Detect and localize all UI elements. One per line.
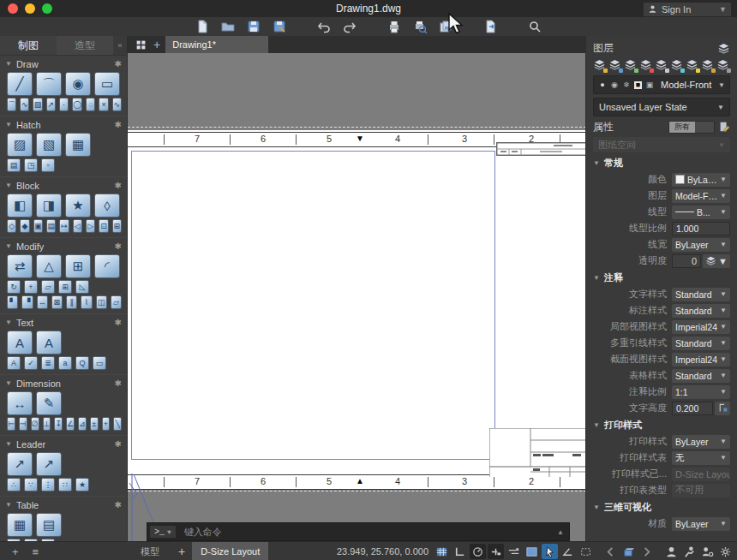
- gear-icon[interactable]: ✱: [115, 500, 122, 509]
- property-dropdown[interactable]: Imperial24▼: [672, 320, 730, 334]
- ordinate-tool-icon[interactable]: ↧: [54, 417, 63, 431]
- leader-collect-tool-icon[interactable]: ∷: [58, 478, 72, 491]
- oblique-tool-icon[interactable]: ╲: [113, 417, 122, 431]
- split-tool-icon[interactable]: ◫: [96, 295, 107, 309]
- palette-section-header[interactable]: ▼Text✱: [5, 316, 122, 329]
- region-tool-icon[interactable]: ▫: [41, 158, 55, 172]
- image-tool-icon[interactable]: ◳: [24, 158, 38, 172]
- transparency-stepper[interactable]: 0: [672, 254, 701, 268]
- chamfer-tool-icon[interactable]: ◺: [75, 280, 89, 294]
- entity-snap-icon[interactable]: [488, 544, 504, 559]
- tag-check-tool-icon[interactable]: ◁: [73, 219, 82, 233]
- cross-tool-icon[interactable]: ×: [99, 98, 108, 111]
- polyline-tool-icon[interactable]: ∿: [20, 98, 29, 111]
- ortho-icon[interactable]: [452, 544, 468, 559]
- mirror-tool-icon[interactable]: △: [36, 254, 62, 278]
- layer-on-icon[interactable]: ◉: [610, 80, 619, 89]
- scale-tool-icon[interactable]: ⊠: [51, 295, 63, 309]
- next-icon[interactable]: [638, 544, 655, 559]
- circle-tool-icon[interactable]: ◉: [65, 72, 91, 96]
- current-layer-dropdown[interactable]: ● ◉ ❄ ■ ▣ Model-Front ▼: [593, 75, 730, 94]
- selection-cursor-icon[interactable]: [542, 544, 558, 559]
- palette-list-icon[interactable]: ≡: [33, 545, 39, 558]
- save-icon[interactable]: [246, 19, 261, 34]
- layer-unlock-icon[interactable]: [716, 58, 730, 72]
- leader-edit-tool-icon[interactable]: ↗: [36, 452, 62, 476]
- add-palette-icon[interactable]: +: [12, 545, 19, 558]
- hatch-lines-tool-icon[interactable]: ▨: [33, 98, 42, 111]
- property-dropdown[interactable]: 1:1▼: [672, 385, 730, 399]
- angle-icon[interactable]: [560, 544, 576, 559]
- sign-in-button[interactable]: Sign In ▼: [643, 2, 732, 17]
- layer-manager-icon[interactable]: [593, 58, 607, 72]
- palette-section-header[interactable]: ▼Leader✱: [5, 438, 122, 450]
- print-preview-icon[interactable]: [412, 19, 428, 34]
- command-input[interactable]: 键入命令: [184, 526, 222, 539]
- center-mark-tool-icon[interactable]: +: [102, 417, 111, 431]
- property-dropdown[interactable]: B...▼: [672, 206, 730, 219]
- quad-tool-icon[interactable]: ⊞: [58, 280, 72, 294]
- palette-section-header[interactable]: ▼Table✱: [5, 498, 122, 511]
- palette-section-header[interactable]: ▼Dimension✱: [5, 377, 122, 390]
- weld-tool-icon[interactable]: ⌇: [81, 295, 92, 309]
- gear-icon[interactable]: ✱: [115, 378, 122, 388]
- settings-gear-icon[interactable]: [717, 544, 734, 559]
- line-tool-icon[interactable]: ╱: [7, 72, 33, 96]
- selection-window-icon[interactable]: [578, 544, 594, 559]
- open-icon[interactable]: [220, 19, 236, 34]
- layer-isolate-icon[interactable]: [686, 58, 699, 72]
- copy-rotate-tool-icon[interactable]: ⇄: [7, 254, 33, 278]
- property-dropdown[interactable]: ByLayer▼: [672, 517, 730, 531]
- table-tool-icon[interactable]: ▦: [7, 513, 33, 537]
- ellipse-tool-icon[interactable]: ◯: [72, 98, 82, 111]
- dimension-edit-tool-icon[interactable]: ✎: [36, 391, 62, 415]
- gear-icon[interactable]: ✱: [115, 181, 122, 190]
- point-tool-icon[interactable]: ·: [59, 98, 69, 111]
- property-dropdown[interactable]: ByLayer▼: [672, 173, 730, 187]
- insert-block-tool-icon[interactable]: ◧: [7, 194, 33, 217]
- note-edit-tool-icon[interactable]: A: [36, 331, 62, 354]
- property-dropdown[interactable]: Imperial24▼: [672, 353, 730, 366]
- copy-image-icon[interactable]: [438, 19, 453, 34]
- tag-multi-tool-icon[interactable]: ▷: [86, 219, 95, 233]
- text-frame-tool-icon[interactable]: ▭: [93, 356, 106, 370]
- spell-check-tool-icon[interactable]: ✓: [24, 356, 38, 370]
- command-prompt-chip[interactable]: >_ ▼: [150, 526, 176, 538]
- simple-note-tool-icon[interactable]: A: [7, 356, 21, 370]
- gear-icon[interactable]: ✱: [115, 241, 122, 251]
- pattern-tool-icon[interactable]: ⊞: [65, 254, 91, 278]
- attach-tool-icon[interactable]: ↦: [59, 219, 69, 233]
- tab-drafting[interactable]: 制图: [0, 36, 57, 55]
- baseline-tool-icon[interactable]: ⊥: [43, 417, 51, 431]
- leader-align-tool-icon[interactable]: ⋮: [41, 478, 55, 491]
- hatch-edit-tool-icon[interactable]: ▧: [36, 133, 62, 157]
- arc-3point-tool-icon[interactable]: ⌒: [7, 98, 16, 111]
- ray-tool-icon[interactable]: ↗: [46, 98, 56, 111]
- print-icon[interactable]: [386, 19, 402, 34]
- diameter-tool-icon[interactable]: ∅: [31, 417, 39, 431]
- property-dropdown[interactable]: ByLayer▼: [672, 435, 730, 449]
- block-copy-tool-icon[interactable]: ◆: [20, 219, 29, 233]
- hatch-tool-icon[interactable]: ▨: [7, 133, 33, 157]
- property-dropdown[interactable]: Standard▼: [672, 304, 730, 318]
- collapse-palette-button[interactable]: «: [113, 36, 127, 55]
- user-settings-icon[interactable]: [699, 544, 716, 559]
- block-ref-tool-icon[interactable]: ▣: [33, 219, 43, 233]
- property-dropdown[interactable]: Standard▼: [672, 369, 730, 383]
- block-explode-tool-icon[interactable]: ⊡: [99, 219, 108, 233]
- palette-section-header[interactable]: ▼Draw✱: [5, 57, 122, 70]
- save-as-icon[interactable]: [272, 19, 287, 34]
- transparency-dropdown[interactable]: ▼: [703, 254, 730, 268]
- add-layout-button[interactable]: +: [178, 545, 185, 558]
- property-dropdown[interactable]: 无▼: [672, 451, 730, 465]
- polar-tracking-icon[interactable]: [470, 544, 486, 559]
- text-find-tool-icon[interactable]: a: [58, 356, 72, 370]
- prev-icon[interactable]: [602, 544, 619, 559]
- export-icon[interactable]: [482, 19, 498, 34]
- filter-segment[interactable]: 所有: [668, 121, 715, 134]
- model-tab[interactable]: 模型: [141, 545, 159, 558]
- layer-freeze-icon[interactable]: ❄: [622, 80, 631, 89]
- edit-properties-icon[interactable]: [718, 121, 730, 133]
- aligned-tool-icon[interactable]: ⊣: [19, 417, 27, 431]
- leader-flash-tool-icon[interactable]: ★: [75, 478, 89, 491]
